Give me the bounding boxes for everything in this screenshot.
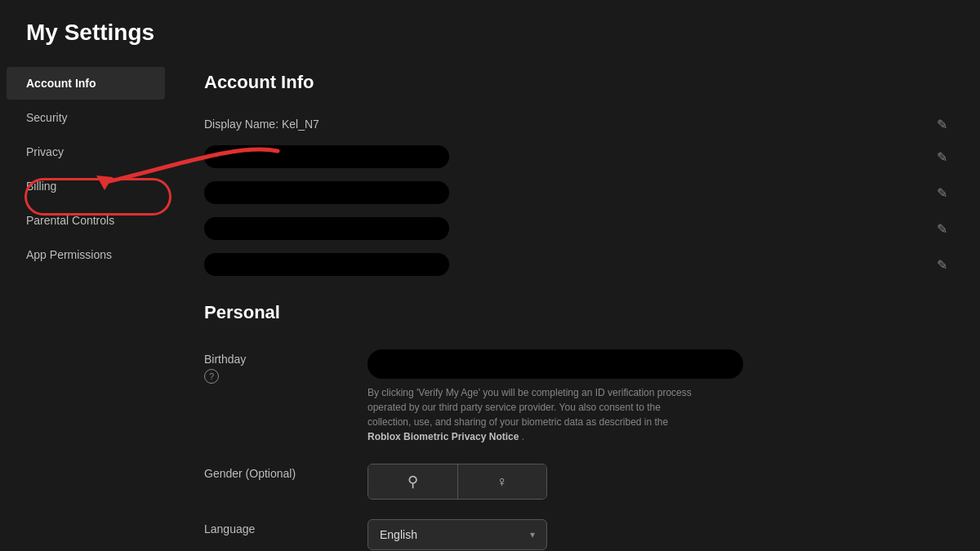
sidebar-item-app-permissions[interactable]: App Permissions xyxy=(7,238,165,271)
language-label: Language xyxy=(204,519,335,535)
language-row: Language English ▾ xyxy=(204,509,947,551)
sidebar-item-billing[interactable]: Billing xyxy=(7,170,165,202)
language-dropdown[interactable]: English ▾ xyxy=(368,519,547,550)
account-info-title: Account Info xyxy=(204,72,947,93)
display-name-row: Display Name: Kel_N7 ✎ xyxy=(204,109,947,139)
personal-title: Personal xyxy=(204,302,947,323)
birthday-redacted xyxy=(368,349,743,379)
gender-buttons: ⚲ ♀ xyxy=(368,464,547,500)
gender-female-button[interactable]: ♀ xyxy=(458,464,547,499)
phone-row: ✎ xyxy=(204,211,947,247)
display-name-edit-icon[interactable]: ✎ xyxy=(937,117,947,132)
page-title: My Settings xyxy=(0,0,980,59)
birthday-row: Birthday ? By clicking 'Verify My Age' y… xyxy=(204,340,947,454)
country-edit-icon[interactable]: ✎ xyxy=(937,257,947,273)
username-row: ✎ xyxy=(204,139,947,175)
birthday-content: By clicking 'Verify My Age' you will be … xyxy=(368,349,947,444)
birthday-label: Birthday xyxy=(204,349,335,366)
phone-redacted xyxy=(204,217,449,240)
male-icon: ⚲ xyxy=(408,473,418,491)
username-edit-icon[interactable]: ✎ xyxy=(937,149,947,165)
chevron-down-icon: ▾ xyxy=(530,529,535,540)
sidebar-item-privacy[interactable]: Privacy xyxy=(7,136,165,168)
sidebar: Account Info Security Privacy Billing Pa… xyxy=(0,59,172,551)
email-redacted xyxy=(204,181,449,204)
gender-label: Gender (Optional) xyxy=(204,464,335,480)
gender-row: Gender (Optional) ⚲ ♀ xyxy=(204,454,947,509)
email-edit-icon[interactable]: ✎ xyxy=(937,185,947,201)
account-info-section: Account Info Display Name: Kel_N7 ✎ ✎ ✎ … xyxy=(204,72,947,282)
username-redacted xyxy=(204,145,449,168)
language-value: English xyxy=(380,528,417,541)
birthday-help-icon[interactable]: ? xyxy=(204,369,219,384)
email-row: ✎ xyxy=(204,175,947,211)
phone-edit-icon[interactable]: ✎ xyxy=(937,221,947,237)
country-redacted xyxy=(204,253,449,276)
sidebar-item-account-info[interactable]: Account Info xyxy=(7,67,165,100)
gender-male-button[interactable]: ⚲ xyxy=(368,464,458,499)
female-icon: ♀ xyxy=(497,473,508,491)
personal-section: Personal Birthday ? By clicking 'Verify … xyxy=(204,302,947,551)
sidebar-item-security[interactable]: Security xyxy=(7,101,165,134)
country-row: ✎ xyxy=(204,247,947,282)
main-content: Account Info Display Name: Kel_N7 ✎ ✎ ✎ … xyxy=(172,59,980,551)
verify-age-text: By clicking 'Verify My Age' you will be … xyxy=(368,385,694,444)
sidebar-item-parental-controls[interactable]: Parental Controls xyxy=(7,204,165,237)
display-name-label: Display Name: Kel_N7 xyxy=(204,118,319,131)
biometric-link[interactable]: Roblox Biometric Privacy Notice xyxy=(368,431,519,442)
